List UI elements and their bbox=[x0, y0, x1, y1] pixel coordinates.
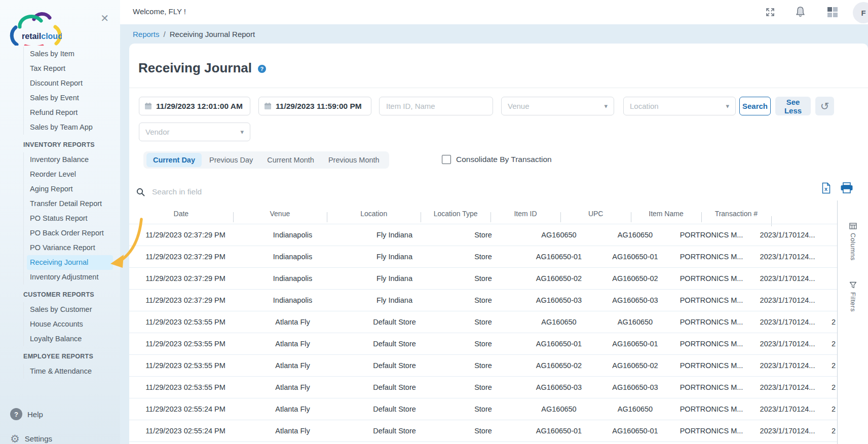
consolidate-checkbox[interactable] bbox=[442, 155, 451, 164]
table-row[interactable]: 11/29/2023 02:53:55 PMAtlanta FlyDefault… bbox=[129, 355, 837, 377]
tab-current-day[interactable]: Current Day bbox=[146, 153, 202, 167]
table-cell: AG160650-01 bbox=[597, 427, 673, 435]
sidebar-item-reorder-level[interactable]: Reorder Level bbox=[30, 167, 115, 182]
table-cell: Default Store bbox=[344, 361, 445, 370]
table-cell: Store bbox=[445, 296, 521, 304]
tab-previous-month[interactable]: Previous Month bbox=[322, 153, 386, 167]
sidebar-item-sales-by-team-app[interactable]: Sales by Team App bbox=[30, 120, 115, 135]
sidebar-item-tax-report[interactable]: Tax Report bbox=[30, 61, 115, 76]
sidebar-item-po-variance-report[interactable]: PO Variance Report bbox=[30, 240, 115, 255]
table-row[interactable]: 11/29/2023 02:37:29 PMIndianapolisFly In… bbox=[129, 268, 837, 290]
sidebar-item-transfer-detail-report[interactable]: Transfer Detail Report bbox=[30, 196, 115, 211]
breadcrumb-reports-link[interactable]: Reports bbox=[133, 30, 160, 38]
column-header-location[interactable]: Location bbox=[327, 210, 421, 218]
page-title: Receiving Journal bbox=[138, 60, 252, 75]
columns-panel-toggle[interactable]: Columns bbox=[838, 223, 868, 261]
search-icon bbox=[136, 188, 145, 196]
sidebar-item-sales-by-event[interactable]: Sales by Event bbox=[30, 91, 115, 105]
table-cell: Store bbox=[445, 274, 521, 282]
table-search bbox=[136, 183, 694, 200]
table-row[interactable]: 11/29/2023 02:37:29 PMIndianapolisFly In… bbox=[129, 290, 837, 311]
tab-previous-day[interactable]: Previous Day bbox=[203, 153, 259, 167]
end-datetime-field[interactable]: 11/29/2023 11:59:00 PM bbox=[258, 97, 371, 115]
table-cell: AG160650-02 bbox=[521, 361, 597, 370]
column-header-venue[interactable]: Venue bbox=[233, 210, 327, 218]
column-header-item-name[interactable]: Item Name bbox=[631, 210, 701, 218]
apps-grid-icon[interactable] bbox=[827, 7, 838, 18]
nav-section-inventory-reports: INVENTORY REPORTS bbox=[23, 138, 120, 152]
table-cell: 2 bbox=[825, 405, 837, 413]
app-root: retailcloud ✕ Sales by ItemTax ReportDis… bbox=[0, 0, 868, 444]
table-row[interactable]: 11/29/2023 02:55:24 PMAtlanta FlyDefault… bbox=[129, 398, 837, 420]
column-header-upc[interactable]: UPC bbox=[560, 210, 631, 218]
table-cell: Indianapolis bbox=[242, 296, 344, 304]
column-header-date[interactable]: Date bbox=[129, 210, 233, 218]
venue-select[interactable]: Venue ▾ bbox=[501, 97, 614, 115]
settings-link[interactable]: ⚙ Settings bbox=[10, 433, 52, 444]
sidebar-item-discount-report[interactable]: Discount Report bbox=[30, 76, 115, 91]
vendor-select[interactable]: Vendor ▾ bbox=[139, 123, 250, 141]
table-cell: Atlanta Fly bbox=[242, 427, 344, 435]
table-cell: AG160650-03 bbox=[597, 383, 673, 391]
table-cell: 11/29/2023 02:53:55 PM bbox=[129, 361, 242, 370]
sidebar-item-sales-by-item[interactable]: Sales by Item bbox=[30, 47, 115, 61]
filters-panel-toggle[interactable]: Filters bbox=[838, 281, 868, 312]
see-less-button[interactable]: See Less bbox=[775, 97, 811, 115]
table-row[interactable]: 11/29/2023 02:53:55 PMAtlanta FlyDefault… bbox=[129, 333, 837, 355]
avatar[interactable]: F bbox=[853, 2, 868, 23]
table-cell: 2023/1/170124... bbox=[749, 231, 825, 239]
sidebar-item-sales-by-customer[interactable]: Sales by Customer bbox=[30, 302, 115, 317]
table-cell: 2 bbox=[825, 427, 837, 435]
table-cell: Store bbox=[445, 253, 521, 261]
tab-current-month[interactable]: Current Month bbox=[260, 153, 321, 167]
table-search-input[interactable] bbox=[151, 187, 694, 197]
print-icon[interactable] bbox=[840, 182, 853, 194]
table-cell: AG160650 bbox=[597, 231, 673, 239]
table-cell: 11/29/2023 02:53:55 PM bbox=[129, 383, 242, 391]
search-button[interactable]: Search bbox=[739, 97, 771, 115]
table-row[interactable]: 11/29/2023 02:55:24 PMAtlanta FlyDefault… bbox=[129, 420, 837, 442]
title-help-icon[interactable]: ? bbox=[258, 65, 266, 73]
sidebar-item-house-accounts[interactable]: House Accounts bbox=[30, 317, 115, 332]
column-header-transaction[interactable]: Transaction # bbox=[701, 210, 771, 218]
reset-filters-button[interactable]: ↺ bbox=[815, 97, 834, 115]
sidebar-item-aging-report[interactable]: Aging Report bbox=[30, 182, 115, 196]
topbar: Welcome, FLY ! F bbox=[120, 0, 868, 24]
column-header-location-type[interactable]: Location Type bbox=[421, 210, 490, 218]
table-row[interactable]: 11/29/2023 02:53:55 PMAtlanta FlyDefault… bbox=[129, 377, 837, 398]
item-id-name-input[interactable] bbox=[380, 102, 493, 110]
sidebar-item-loyalty-balance[interactable]: Loyalty Balance bbox=[30, 332, 115, 346]
table-row[interactable]: 11/29/2023 02:53:55 PMAtlanta FlyDefault… bbox=[129, 311, 837, 333]
start-datetime-field[interactable]: 11/29/2023 12:01:00 AM bbox=[139, 97, 250, 115]
table-row[interactable]: 11/29/2023 02:37:29 PMIndianapolisFly In… bbox=[129, 224, 837, 246]
table-cell: Store bbox=[445, 405, 521, 413]
table-cell: AG160650-01 bbox=[597, 340, 673, 348]
notifications-bell-icon[interactable] bbox=[795, 6, 806, 18]
sidebar-item-inventory-balance[interactable]: Inventory Balance bbox=[30, 152, 115, 167]
sidebar-close-icon[interactable]: ✕ bbox=[100, 13, 109, 23]
table-row[interactable]: 11/29/2023 02:37:29 PMIndianapolisFly In… bbox=[129, 246, 837, 268]
sidebar-item-refund-report[interactable]: Refund Report bbox=[30, 105, 115, 120]
column-header-item-id[interactable]: Item ID bbox=[490, 210, 560, 218]
table-cell: 2023/1/170124... bbox=[749, 405, 825, 413]
table-cell: Default Store bbox=[344, 318, 445, 326]
sidebar-nav: Sales by ItemTax ReportDiscount ReportSa… bbox=[0, 47, 120, 379]
table-cell: AG160650 bbox=[521, 231, 597, 239]
fullscreen-icon[interactable] bbox=[765, 7, 775, 17]
table-cell: 11/29/2023 02:55:24 PM bbox=[129, 427, 242, 435]
help-link[interactable]: ? Help bbox=[10, 408, 43, 420]
sidebar-item-po-back-order-report[interactable]: PO Back Order Report bbox=[30, 226, 115, 240]
table-cell: Atlanta Fly bbox=[242, 405, 344, 413]
location-select[interactable]: Location ▾ bbox=[623, 97, 736, 115]
table-body: 11/29/2023 02:37:29 PMIndianapolisFly In… bbox=[129, 224, 837, 442]
table-cell: Fly Indiana bbox=[344, 296, 445, 304]
location-placeholder: Location bbox=[630, 102, 659, 110]
table-cell: PORTRONICS M... bbox=[673, 231, 749, 239]
excel-export-icon[interactable]: x bbox=[821, 182, 832, 194]
sidebar-item-receiving-journal[interactable]: Receiving Journal bbox=[27, 255, 113, 270]
consolidate-by-transaction[interactable]: Consolidate By Transaction bbox=[442, 155, 552, 164]
sidebar-item-po-status-report[interactable]: PO Status Report bbox=[30, 211, 115, 226]
table-cell: 2023/1/170124... bbox=[749, 253, 825, 261]
sidebar-item-time-attendance[interactable]: Time & Attendance bbox=[30, 364, 115, 379]
sidebar-item-inventory-adjustment[interactable]: Inventory Adjustment bbox=[30, 270, 115, 285]
